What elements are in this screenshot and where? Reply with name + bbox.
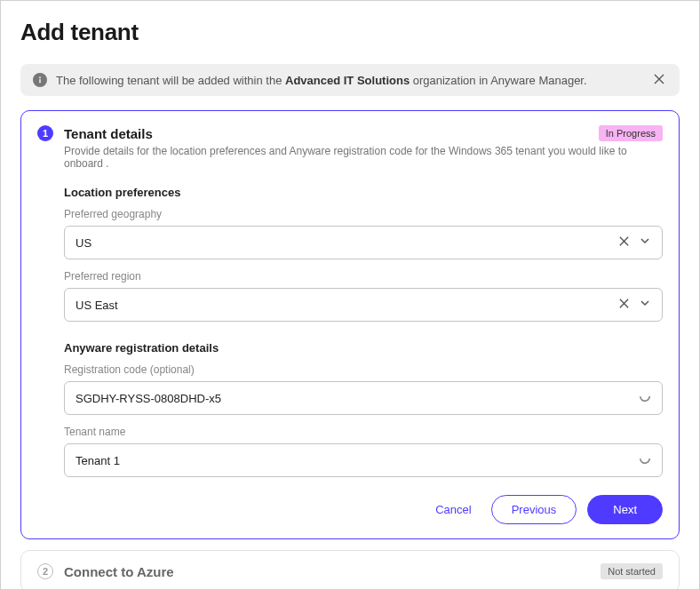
region-select[interactable]: US East — [64, 288, 663, 322]
org-name: Advanced IT Solutions — [285, 74, 410, 87]
svg-point-2 — [640, 392, 650, 402]
clear-icon[interactable] — [618, 297, 630, 313]
loading-icon — [639, 390, 651, 406]
step-1-title: Tenant details — [64, 126, 153, 141]
info-banner: The following tenant will be added withi… — [20, 64, 680, 96]
tenant-name-input[interactable] — [76, 454, 639, 467]
chevron-down-icon[interactable] — [639, 297, 651, 313]
tenant-name-label: Tenant name — [64, 426, 663, 438]
step-1-actions: Cancel Previous Next — [64, 495, 663, 524]
tenant-name-input-wrap — [64, 443, 663, 477]
location-preferences-label: Location preferences — [64, 186, 663, 199]
step-1-header: 1 Tenant details In Progress Provide det… — [37, 125, 663, 170]
step-1-panel: 1 Tenant details In Progress Provide det… — [20, 110, 680, 539]
step-1-number: 1 — [37, 125, 53, 141]
cancel-button[interactable]: Cancel — [426, 496, 480, 523]
step-2-number: 2 — [37, 563, 53, 579]
step-2-panel[interactable]: 2 Connect to Azure Not started — [20, 550, 680, 590]
reg-code-input-wrap — [64, 381, 663, 415]
page-title: Add tenant — [20, 19, 680, 46]
status-badge-in-progress: In Progress — [599, 125, 663, 141]
registration-details-label: Anyware registration details — [64, 341, 663, 355]
geography-select[interactable]: US — [64, 226, 663, 259]
previous-button[interactable]: Previous — [491, 495, 577, 524]
info-banner-text: The following tenant will be added withi… — [56, 74, 653, 87]
step-1-subtitle: Provide details for the location prefere… — [64, 145, 663, 170]
info-icon — [33, 73, 47, 87]
svg-point-0 — [39, 76, 41, 78]
geography-value: US — [76, 236, 618, 250]
geography-label: Preferred geography — [64, 208, 663, 220]
step-2-title: Connect to Azure — [64, 564, 601, 579]
region-label: Preferred region — [64, 270, 663, 283]
loading-icon — [639, 452, 651, 468]
clear-icon[interactable] — [618, 235, 630, 251]
reg-code-label: Registration code (optional) — [64, 363, 663, 376]
region-value: US East — [76, 299, 618, 312]
status-badge-not-started: Not started — [601, 563, 663, 579]
chevron-down-icon[interactable] — [639, 235, 651, 251]
reg-code-input[interactable] — [76, 392, 639, 405]
close-icon[interactable] — [653, 73, 667, 87]
next-button[interactable]: Next — [587, 495, 663, 524]
svg-point-3 — [640, 454, 650, 464]
svg-rect-1 — [39, 79, 41, 84]
